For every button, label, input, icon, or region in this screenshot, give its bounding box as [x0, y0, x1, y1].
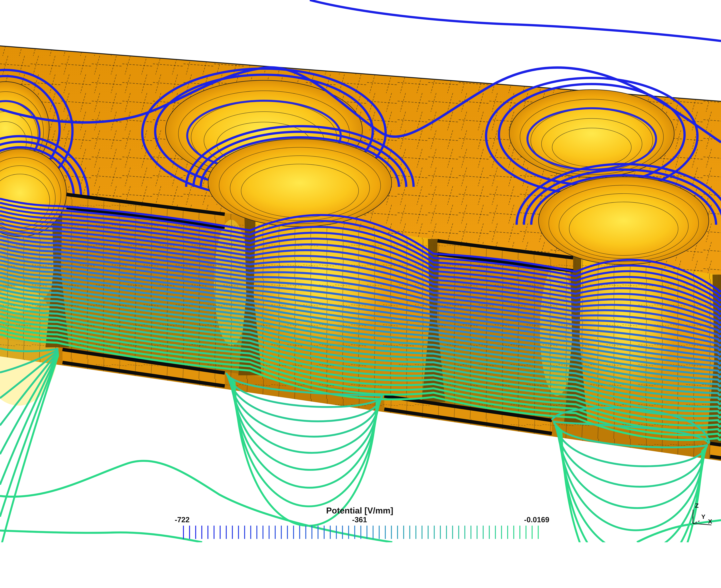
colorbar-tick: [532, 526, 532, 539]
colorbar-tick: [244, 526, 245, 539]
colorbar-tick: [232, 526, 233, 539]
contour-line-sky: [310, 0, 721, 41]
equipotential-line-farfield: [0, 530, 202, 542]
colorbar-tick: [281, 526, 282, 539]
colorbar-tick: [519, 526, 520, 539]
colorbar-tick: [195, 526, 196, 539]
colorbar-tick: [373, 526, 374, 539]
colorbar-tick: [409, 526, 410, 539]
colorbar-tick: [416, 526, 416, 539]
colorbar-title: Potential [V/mm]: [326, 506, 394, 515]
colorbar-tick: [201, 526, 202, 539]
colorbar-tick: [483, 526, 484, 539]
colorbar-tick: [446, 526, 447, 539]
colorbar-tick: [495, 526, 496, 539]
colorbar-label-mid: -361: [352, 516, 367, 524]
colorbar-tick: [250, 526, 251, 539]
potential-contour-plot: Potential [V/mm] -722 -361 -0.0169 Z Y X: [0, 0, 721, 542]
colorbar-tick: [422, 526, 422, 539]
colorbar-tick: [183, 526, 184, 539]
colorbar-tick: [226, 526, 227, 539]
plate-hole-mouth: [486, 78, 698, 194]
colorbar-tick: [348, 526, 349, 539]
colorbar-tick: [330, 526, 331, 539]
colorbar-tick: [538, 526, 538, 539]
colorbar-tick: [526, 526, 526, 539]
colorbar-tick: [287, 526, 288, 539]
colorbar-tick: [434, 526, 434, 539]
3d-viewport[interactable]: Potential [V/mm] -722 -361 -0.0169 Z Y X: [0, 0, 721, 542]
colorbar-tick: [275, 526, 276, 539]
colorbar-ticks: [183, 526, 539, 539]
copper-electrode-edge: [710, 442, 721, 459]
colorbar-tick: [440, 526, 441, 539]
colorbar-tick: [214, 526, 214, 539]
colorbar-tick: [403, 526, 404, 539]
axis-z-label: Z: [695, 502, 699, 509]
axis-x-label: X: [708, 518, 712, 525]
colorbar-tick: [391, 526, 392, 539]
colorbar-tick: [476, 526, 478, 539]
colorbar-tick: [189, 526, 190, 539]
colorbar-tick: [360, 526, 361, 539]
colorbar-tick: [219, 526, 220, 539]
colorbar-label-min: -722: [175, 516, 190, 524]
colorbar-tick: [262, 526, 263, 539]
colorbar-tick: [513, 526, 514, 539]
colorbar-tick: [501, 526, 502, 539]
colorbar-tick: [208, 526, 208, 539]
colorbar-tick: [342, 526, 343, 539]
colorbar-tick: [299, 526, 300, 539]
colorbar-tick: [238, 526, 239, 539]
colorbar-tick: [428, 526, 428, 539]
colorbar-tick: [464, 526, 465, 539]
colorbar-tick: [489, 526, 490, 539]
colorbar-tick: [385, 526, 386, 539]
colorbar-tick: [312, 526, 312, 539]
colorbar-tick: [458, 526, 459, 539]
colorbar-tick: [269, 526, 270, 539]
colorbar-tick: [293, 526, 294, 539]
colorbar-tick: [354, 526, 355, 539]
colorbar-tick: [324, 526, 324, 539]
colorbar-tick: [318, 526, 318, 539]
colorbar: Potential [V/mm] -722 -361 -0.0169: [175, 506, 549, 539]
scene-graphics: [0, 0, 721, 542]
colorbar-tick: [452, 526, 453, 539]
colorbar-label-max: -0.0169: [524, 516, 549, 524]
colorbar-tick: [305, 526, 306, 539]
axis-y-label: Y: [701, 513, 705, 520]
colorbar-tick: [470, 526, 471, 539]
colorbar-tick: [256, 526, 257, 539]
colorbar-tick: [507, 526, 508, 539]
colorbar-tick: [336, 526, 337, 539]
colorbar-tick: [379, 526, 380, 539]
colorbar-tick: [397, 526, 398, 539]
colorbar-tick: [366, 526, 367, 539]
